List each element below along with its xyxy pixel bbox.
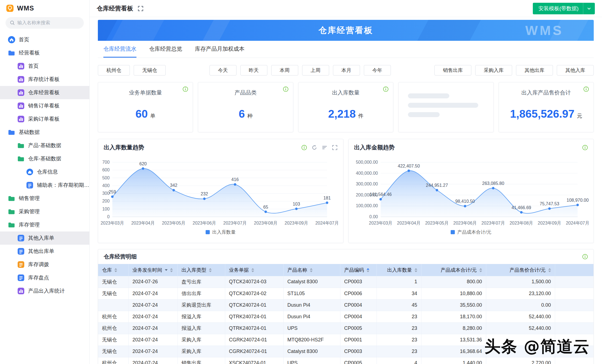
sidebar-item-0[interactable]: 首页 [0, 33, 89, 46]
info-icon[interactable] [301, 145, 307, 150]
page-title: 仓库经营看板 [97, 4, 133, 13]
filter-button[interactable]: 本月 [333, 65, 360, 76]
sidebar-item-6[interactable]: 采购订单看板 [0, 112, 89, 126]
sort-icon[interactable] [415, 268, 417, 272]
chart-toolbar [582, 145, 588, 150]
filter-button[interactable]: 今年 [364, 65, 391, 76]
svg-text:181: 181 [323, 196, 331, 200]
filter-button[interactable]: 采购入库 [475, 65, 512, 76]
sort-icon[interactable] [170, 268, 173, 272]
info-icon[interactable] [582, 254, 588, 260]
sidebar-item-7[interactable]: 基础数据 [0, 126, 89, 139]
column-header[interactable]: 产品售价合计/元 [486, 264, 555, 276]
table-title: 仓库经营明细 [104, 253, 137, 260]
column-header-label: 产品名称 [287, 267, 307, 273]
table-row[interactable]: 2024-07-24采购退货出库QTCK240724-01Dusun Pi4CP… [98, 299, 593, 311]
tab-0[interactable]: 仓库经营流水 [103, 41, 136, 58]
table-cell: 52,440.00 [486, 322, 555, 334]
tab-2[interactable]: 库存产品月加权成本 [195, 41, 244, 58]
info-icon[interactable] [283, 86, 289, 92]
sort-icon[interactable] [479, 268, 482, 272]
tab-1[interactable]: 仓库经营总览 [149, 41, 182, 58]
app-root: WMS 首页经营看板首页库存统计看板仓库经营看板销售订单看板采购订单看板基础数据… [0, 0, 602, 364]
sidebar-item-12[interactable]: 销售管理 [0, 192, 89, 205]
table-row[interactable]: 无锡仓2024-07-26盘亏出库QTCK240724-03Catalyst 8… [98, 276, 593, 288]
svg-text:300,000.00: 300,000.00 [356, 182, 378, 186]
stat-unit: 种 [247, 113, 252, 119]
svg-text:0: 0 [107, 214, 110, 219]
filter-button[interactable]: 本周 [271, 65, 298, 76]
table-cell: 2024-07-24 [128, 288, 178, 299]
info-icon[interactable] [383, 86, 389, 92]
sidebar-item-10[interactable]: 仓库信息 [0, 165, 89, 179]
sidebar-item-1[interactable]: 经营看板 [0, 46, 89, 60]
table-row[interactable]: 杭州仓2024-07-24报溢入库QTRK240724-01UPSCP00052… [98, 322, 593, 334]
column-header[interactable]: 出入库类型 [178, 264, 225, 276]
sort-icon[interactable] [548, 268, 551, 272]
column-header[interactable]: 产品成本合计/元 [421, 264, 486, 276]
column-header[interactable]: 产品编码 [340, 264, 377, 276]
chevron-down-icon[interactable] [583, 3, 595, 14]
column-header[interactable]: 仓库 [98, 264, 128, 276]
svg-text:98,410.50: 98,410.50 [455, 199, 475, 204]
install-template-button[interactable]: 安装模板(带数据) [533, 3, 595, 14]
sidebar-item-17[interactable]: 库存调拨 [0, 258, 89, 271]
table-cell: 23 [377, 334, 421, 346]
sort-icon[interactable] [367, 268, 369, 272]
settings-icon[interactable] [322, 145, 327, 150]
sidebar-item-18[interactable]: 库存盘点 [0, 271, 89, 284]
table-cell: Catalyst 8300 [283, 276, 340, 288]
search-input[interactable] [17, 20, 79, 26]
stat-number: 2,218 [328, 108, 356, 120]
sidebar-item-3[interactable]: 库存统计看板 [0, 73, 89, 86]
sidebar-item-8[interactable]: 产品-基础数据 [0, 139, 89, 152]
column-header[interactable]: 业务发生时间 [128, 264, 178, 276]
filter-button[interactable]: 其他出库 [516, 65, 553, 76]
filter-button[interactable]: 上周 [302, 65, 329, 76]
sort-icon[interactable] [114, 268, 117, 272]
dashboard-banner: 仓库经营看板 WMS [98, 20, 594, 41]
folder-green-icon [8, 195, 15, 202]
info-icon[interactable] [182, 86, 188, 92]
sidebar-item-9[interactable]: 仓库-基础数据 [0, 152, 89, 165]
table-cell: 盘亏出库 [178, 276, 225, 288]
sort-icon[interactable] [251, 268, 254, 272]
table-row[interactable]: 无锡仓2024-07-24借出出库QTCK240724-02ST1L05CP00… [98, 288, 593, 299]
column-header[interactable]: 出入库数量 [377, 264, 421, 276]
sidebar-item-11[interactable]: 辅助表：库存期初期末（... [0, 179, 89, 192]
svg-text:422,407.50: 422,407.50 [398, 164, 420, 168]
column-header[interactable]: 产品名称 [283, 264, 340, 276]
caret-down-icon[interactable] [165, 269, 168, 271]
table-cell: CP0003 [340, 346, 377, 357]
sort-icon[interactable] [310, 268, 313, 272]
table-row[interactable]: 杭州仓2024-07-24销售出库XSCK240724-01UPSCP00054… [98, 357, 593, 364]
filter-button[interactable]: 杭州仓 [98, 65, 130, 76]
banner-decoration [412, 20, 487, 41]
sidebar-item-14[interactable]: 库存管理 [0, 218, 89, 231]
sidebar-search[interactable] [6, 17, 84, 29]
sidebar-item-2[interactable]: 首页 [0, 60, 89, 73]
sidebar-item-4[interactable]: 仓库经营看板 [0, 86, 89, 99]
expand-icon[interactable] [332, 145, 338, 150]
sidebar-item-13[interactable]: 采购管理 [0, 205, 89, 218]
sidebar-item-5[interactable]: 销售订单看板 [0, 99, 89, 112]
stat-title: 出入库数量 [299, 89, 393, 96]
sidebar-item-15[interactable]: 其他入库单 [0, 231, 89, 245]
filter-button[interactable]: 昨天 [240, 65, 267, 76]
refresh-icon[interactable] [311, 145, 317, 150]
sidebar-item-16[interactable]: 其他出库单 [0, 245, 89, 258]
dashboard-purple-icon [17, 62, 25, 70]
table-cell [98, 299, 128, 311]
table-cell: 1,500.00 [486, 276, 555, 288]
table-row[interactable]: 杭州仓2024-07-24报溢入库QTRK240724-01Dusun Pi4C… [98, 311, 593, 322]
filter-button[interactable]: 销售出库 [434, 65, 471, 76]
filter-button[interactable]: 今天 [209, 65, 237, 76]
sidebar-item-19[interactable]: 产品出入库统计 [0, 284, 89, 298]
column-header[interactable]: 业务单据 [225, 264, 283, 276]
filter-button[interactable]: 无锡仓 [134, 65, 166, 76]
sort-icon[interactable] [209, 268, 212, 272]
fullscreen-icon[interactable] [138, 6, 144, 12]
filter-button[interactable]: 其他入库 [557, 65, 594, 76]
info-icon[interactable] [583, 86, 589, 92]
info-icon[interactable] [582, 145, 588, 150]
